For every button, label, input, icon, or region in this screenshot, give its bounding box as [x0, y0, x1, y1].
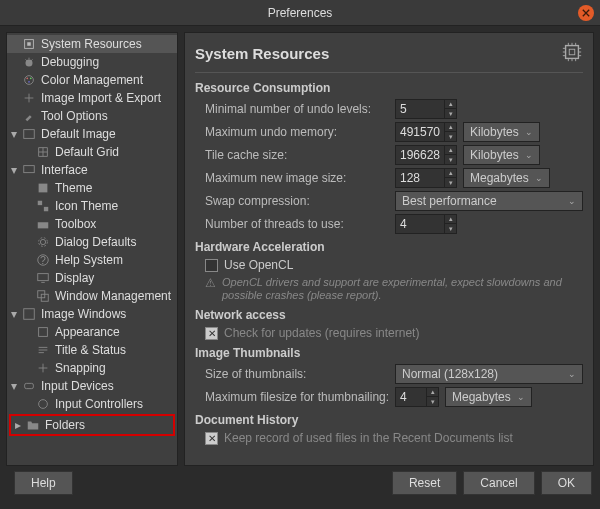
- svg-rect-17: [38, 274, 49, 281]
- swap-compression-dropdown[interactable]: Best performance⌄: [395, 191, 583, 211]
- svg-rect-1: [27, 42, 31, 46]
- max-image-unit-dropdown[interactable]: Megabytes⌄: [463, 168, 550, 188]
- svg-rect-7: [24, 130, 35, 139]
- settings-panel: System Resources Resource Consumption Mi…: [184, 32, 594, 466]
- sidebar-item-title-status[interactable]: Title & Status: [7, 341, 177, 359]
- windows-icon: [35, 288, 51, 304]
- window-title: Preferences: [268, 6, 333, 20]
- sidebar-item-tool-options[interactable]: Tool Options: [7, 107, 177, 125]
- svg-rect-10: [38, 201, 42, 205]
- spin-down[interactable]: ▾: [445, 109, 456, 118]
- tile-cache-spinner[interactable]: ▴▾: [395, 145, 457, 165]
- help-button[interactable]: Help: [14, 471, 73, 495]
- sidebar-item-help-system[interactable]: ?Help System: [7, 251, 177, 269]
- close-button[interactable]: [578, 5, 594, 21]
- thumb-size-dropdown[interactable]: Normal (128x128)⌄: [395, 364, 583, 384]
- interface-icon: [21, 162, 37, 178]
- bug-icon: [21, 54, 37, 70]
- icon-theme-icon: [35, 198, 51, 214]
- threads-spinner[interactable]: ▴▾: [395, 214, 457, 234]
- sidebar-item-input-devices[interactable]: ▾Input Devices: [7, 377, 177, 395]
- undo-memory-spinner[interactable]: ▴▾: [395, 122, 457, 142]
- thumb-max-unit-dropdown[interactable]: Megabytes⌄: [445, 387, 532, 407]
- opencl-hint: OpenCL drivers and support are experimen…: [222, 276, 583, 302]
- sidebar-item-toolbox[interactable]: Toolbox: [7, 215, 177, 233]
- swap-label: Swap compression:: [195, 194, 395, 208]
- svg-point-13: [40, 239, 45, 244]
- toolbox-icon: [35, 216, 51, 232]
- sidebar-item-window-management[interactable]: Window Management: [7, 287, 177, 305]
- sidebar-item-system-resources[interactable]: System Resources: [7, 35, 177, 53]
- title-icon: [35, 342, 51, 358]
- snap-icon: [35, 360, 51, 376]
- thumb-max-label: Maximum filesize for thumbnailing:: [195, 390, 395, 404]
- sidebar-item-folders[interactable]: ▸Folders: [11, 416, 173, 434]
- sidebar-item-interface[interactable]: ▾Interface: [7, 161, 177, 179]
- expand-icon[interactable]: ▸: [11, 418, 25, 432]
- updates-checkbox[interactable]: ✕: [205, 327, 218, 340]
- opencl-checkbox[interactable]: [205, 259, 218, 272]
- section-consumption: Resource Consumption: [195, 81, 583, 95]
- image-icon: [21, 126, 37, 142]
- sidebar-item-default-image[interactable]: ▾Default Image: [7, 125, 177, 143]
- svg-rect-11: [44, 207, 48, 211]
- undo-memory-unit-dropdown[interactable]: Kilobytes⌄: [463, 122, 540, 142]
- sidebar-item-color-management[interactable]: Color Management: [7, 71, 177, 89]
- keep-record-checkbox[interactable]: ✕: [205, 432, 218, 445]
- chevron-down-icon: ⌄: [525, 150, 533, 160]
- input-icon: [21, 378, 37, 394]
- thumb-max-spinner[interactable]: ▴▾: [395, 387, 439, 407]
- collapse-icon[interactable]: ▾: [7, 163, 21, 177]
- sidebar-item-appearance[interactable]: Appearance: [7, 323, 177, 341]
- sidebar-item-import-export[interactable]: Image Import & Export: [7, 89, 177, 107]
- svg-rect-20: [24, 309, 35, 320]
- cancel-button[interactable]: Cancel: [463, 471, 534, 495]
- sidebar-item-image-windows[interactable]: ▾Image Windows: [7, 305, 177, 323]
- chevron-down-icon: ⌄: [568, 369, 576, 379]
- collapse-icon[interactable]: ▾: [7, 307, 21, 321]
- thumb-max-input[interactable]: [396, 390, 426, 404]
- titlebar: Preferences: [0, 0, 600, 26]
- svg-rect-9: [39, 184, 48, 193]
- tile-cache-input[interactable]: [396, 148, 444, 162]
- sidebar-item-default-grid[interactable]: Default Grid: [7, 143, 177, 161]
- svg-point-23: [39, 400, 48, 409]
- svg-rect-8: [24, 166, 35, 173]
- section-network: Network access: [195, 308, 583, 322]
- appearance-icon: [35, 324, 51, 340]
- sidebar-item-snapping[interactable]: Snapping: [7, 359, 177, 377]
- spin-up[interactable]: ▴: [445, 100, 456, 109]
- sidebar-item-dialog-defaults[interactable]: Dialog Defaults: [7, 233, 177, 251]
- collapse-icon[interactable]: ▾: [7, 379, 21, 393]
- svg-rect-22: [25, 383, 34, 388]
- svg-rect-24: [566, 46, 579, 59]
- warning-icon: ⚠: [205, 276, 216, 290]
- sidebar-item-icon-theme[interactable]: Icon Theme: [7, 197, 177, 215]
- sidebar-item-theme[interactable]: Theme: [7, 179, 177, 197]
- preferences-tree[interactable]: System Resources Debugging Color Managem…: [6, 32, 178, 466]
- sidebar-item-input-controllers[interactable]: Input Controllers: [7, 395, 177, 413]
- threads-input[interactable]: [396, 217, 444, 231]
- max-image-spinner[interactable]: ▴▾: [395, 168, 457, 188]
- chip-icon: [21, 36, 37, 52]
- section-hardware: Hardware Acceleration: [195, 240, 583, 254]
- close-icon: [582, 9, 590, 17]
- sidebar-item-display[interactable]: Display: [7, 269, 177, 287]
- controller-icon: [35, 396, 51, 412]
- help-icon: ?: [35, 252, 51, 268]
- undo-levels-label: Minimal number of undo levels:: [195, 102, 395, 116]
- sidebar-item-debugging[interactable]: Debugging: [7, 53, 177, 71]
- undo-levels-spinner[interactable]: ▴▾: [395, 99, 457, 119]
- keep-record-label: Keep record of used files in the Recent …: [224, 431, 513, 445]
- undo-memory-input[interactable]: [396, 125, 444, 139]
- tile-cache-unit-dropdown[interactable]: Kilobytes⌄: [463, 145, 540, 165]
- ok-button[interactable]: OK: [541, 471, 592, 495]
- tile-cache-label: Tile cache size:: [195, 148, 395, 162]
- max-image-input[interactable]: [396, 171, 444, 185]
- reset-button[interactable]: Reset: [392, 471, 457, 495]
- collapse-icon[interactable]: ▾: [7, 127, 21, 141]
- display-icon: [35, 270, 51, 286]
- undo-memory-label: Maximum undo memory:: [195, 125, 395, 139]
- undo-levels-input[interactable]: [396, 102, 444, 116]
- svg-rect-12: [38, 222, 49, 228]
